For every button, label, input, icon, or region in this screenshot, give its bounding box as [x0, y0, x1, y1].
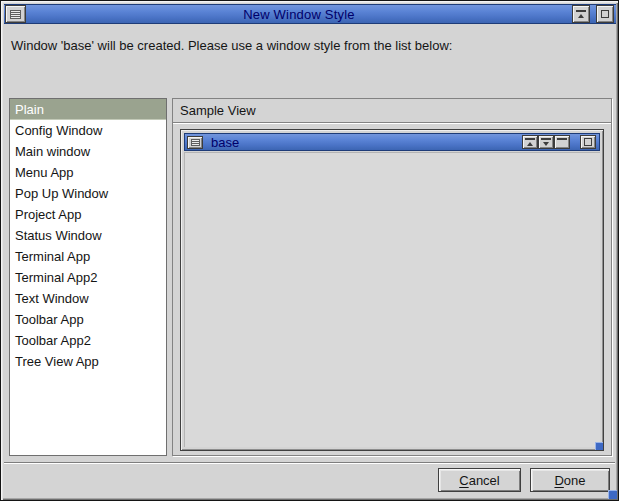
preview-title: base [211, 135, 522, 150]
window-menu-button[interactable] [5, 5, 26, 23]
new-window-style-dialog: New Window Style Window 'base' will be c… [0, 0, 619, 501]
window-resize-handle[interactable] [608, 490, 617, 499]
preview-window-body [184, 152, 600, 447]
list-item[interactable]: Config Window [10, 120, 166, 141]
style-list[interactable]: PlainConfig WindowMain windowMenu AppPop… [9, 98, 167, 456]
list-item[interactable]: Toolbar App2 [10, 330, 166, 351]
cancel-button[interactable]: Cancel [438, 468, 521, 492]
list-item[interactable]: Status Window [10, 225, 166, 246]
done-button[interactable]: Done [530, 468, 610, 492]
maximize-button[interactable] [596, 5, 614, 23]
maximize-icon [601, 10, 609, 18]
list-item[interactable]: Menu App [10, 162, 166, 183]
list-item[interactable]: Terminal App [10, 246, 166, 267]
list-item[interactable]: Plain [10, 99, 166, 120]
preview-button-group [522, 135, 570, 149]
preview-shade-down-button[interactable] [538, 135, 554, 149]
shade-button[interactable] [572, 5, 590, 23]
preview-titlebar[interactable]: base [184, 133, 600, 151]
sample-view-panel: Sample View base [172, 98, 612, 456]
preview-bar-button[interactable] [554, 135, 570, 149]
list-item[interactable]: Project App [10, 204, 166, 225]
list-item[interactable]: Main window [10, 141, 166, 162]
window-menu-icon [191, 139, 200, 146]
sample-view-header: Sample View [180, 103, 256, 118]
list-item[interactable]: Terminal App2 [10, 267, 166, 288]
preview-shade-up-button[interactable] [522, 135, 538, 149]
shade-down-icon [541, 138, 551, 147]
titlebar-bar-icon [557, 138, 567, 147]
dialog-title: New Window Style [26, 7, 572, 22]
list-item[interactable]: Tree View App [10, 351, 166, 372]
footer-divider [4, 462, 615, 464]
preview-window-menu-button[interactable] [187, 136, 203, 149]
preview-maximize-button[interactable] [580, 135, 596, 149]
maximize-icon [584, 138, 592, 146]
shade-icon [576, 10, 586, 19]
list-item[interactable]: Pop Up Window [10, 183, 166, 204]
dialog-titlebar[interactable]: New Window Style [4, 4, 616, 24]
sample-view-separator [173, 122, 611, 124]
window-menu-icon [10, 10, 21, 19]
preview-resize-handle[interactable] [595, 442, 603, 450]
preview-window: base [180, 129, 604, 451]
list-item[interactable]: Toolbar App [10, 309, 166, 330]
dialog-message: Window 'base' will be created. Please us… [11, 38, 452, 53]
shade-up-icon [525, 138, 535, 147]
list-item[interactable]: Text Window [10, 288, 166, 309]
